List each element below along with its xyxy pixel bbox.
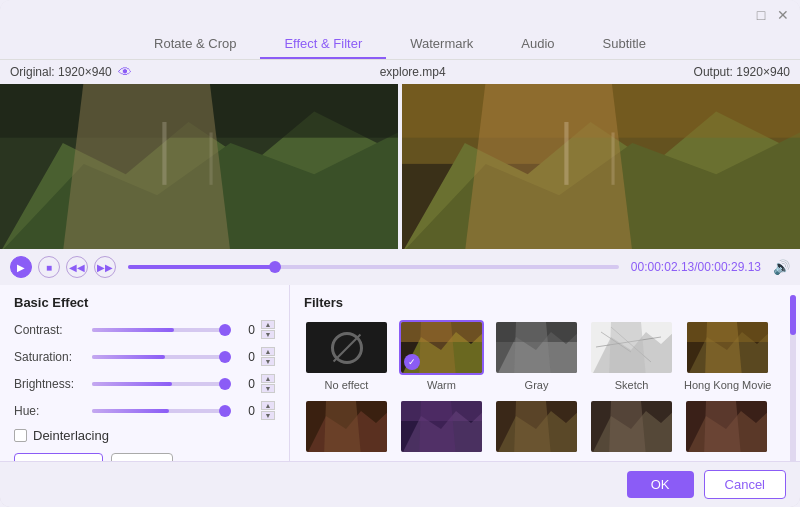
hue-up[interactable]: ▲ xyxy=(261,401,275,410)
contrast-label: Contrast: xyxy=(14,323,86,337)
tab-rotate-crop[interactable]: Rotate & Crop xyxy=(130,30,260,59)
time-current: 00:00:02.13 xyxy=(631,260,694,274)
deinterlace-row: Deinterlacing xyxy=(14,428,275,443)
contrast-up[interactable]: ▲ xyxy=(261,320,275,329)
brightness-thumb xyxy=(219,378,231,390)
saturation-label: Saturation: xyxy=(14,350,86,364)
filter-thumb-hkm xyxy=(685,320,770,375)
saturation-up[interactable]: ▲ xyxy=(261,347,275,356)
svg-marker-35 xyxy=(324,401,361,454)
basic-effect-title: Basic Effect xyxy=(14,295,275,310)
filter-thumb-r4 xyxy=(589,399,674,454)
video-panel-right xyxy=(402,84,800,249)
ok-button[interactable]: OK xyxy=(627,471,694,498)
prev-frame-button[interactable]: ◀◀ xyxy=(66,256,88,278)
stop-button[interactable]: ■ xyxy=(38,256,60,278)
svg-marker-42 xyxy=(514,401,551,454)
filter-r2[interactable] xyxy=(399,399,484,458)
filter-r4[interactable] xyxy=(589,399,674,458)
filter-hkm[interactable]: Hong Kong Movie xyxy=(684,320,771,391)
output-label: Output: 1920×940 xyxy=(694,65,790,79)
saturation-fill xyxy=(92,355,165,359)
video-preview-right xyxy=(402,84,800,249)
filter-label-sketch: Sketch xyxy=(615,379,649,391)
bottom-bar: OK Cancel xyxy=(0,461,800,507)
tab-effect-filter[interactable]: Effect & Filter xyxy=(260,30,386,59)
saturation-slider[interactable] xyxy=(92,355,225,359)
hue-down[interactable]: ▼ xyxy=(261,411,275,420)
svg-marker-48 xyxy=(704,401,741,454)
filter-thumb-r5 xyxy=(684,399,769,454)
contrast-thumb xyxy=(219,324,231,336)
filter-thumb-sketch xyxy=(589,320,674,375)
brightness-spinner[interactable]: ▲ ▼ xyxy=(261,374,275,393)
next-frame-button[interactable]: ▶▶ xyxy=(94,256,116,278)
video-row xyxy=(0,84,800,249)
eye-icon[interactable]: 👁 xyxy=(118,64,132,80)
brightness-value: 0 xyxy=(231,377,255,391)
volume-icon[interactable]: 🔊 xyxy=(773,259,790,275)
hue-value: 0 xyxy=(231,404,255,418)
filename-label: explore.mp4 xyxy=(380,65,446,79)
original-label: Original: 1920×940 xyxy=(10,65,112,79)
brightness-down[interactable]: ▼ xyxy=(261,384,275,393)
contrast-down[interactable]: ▼ xyxy=(261,330,275,339)
filter-thumb-gray xyxy=(494,320,579,375)
cancel-button[interactable]: Cancel xyxy=(704,470,786,499)
svg-marker-28 xyxy=(609,322,646,375)
filter-r3[interactable] xyxy=(494,399,579,458)
svg-marker-14 xyxy=(465,84,633,249)
hue-spinner[interactable]: ▲ ▼ xyxy=(261,401,275,420)
deinterlace-label: Deinterlacing xyxy=(33,428,109,443)
scrollbar-thumb xyxy=(790,295,796,335)
filter-noeffect[interactable]: No effect xyxy=(304,320,389,391)
controls-bar: ▶ ■ ◀◀ ▶▶ 00:00:02.13/00:00:29.13 🔊 xyxy=(0,249,800,285)
time-total: 00:00:29.13 xyxy=(698,260,761,274)
filter-r1[interactable] xyxy=(304,399,389,458)
progress-bar[interactable] xyxy=(128,265,619,269)
filter-check-warm: ✓ xyxy=(404,354,420,370)
filter-label-noeffect: No effect xyxy=(325,379,369,391)
video-info-bar: Original: 1920×940 👁 explore.mp4 Output:… xyxy=(0,60,800,84)
svg-marker-18 xyxy=(419,322,456,375)
saturation-down[interactable]: ▼ xyxy=(261,357,275,366)
hue-thumb xyxy=(219,405,231,417)
contrast-spinner[interactable]: ▲ ▼ xyxy=(261,320,275,339)
hue-row: Hue: 0 ▲ ▼ xyxy=(14,401,275,420)
deinterlace-checkbox[interactable] xyxy=(14,429,27,442)
filter-scrollbar[interactable] xyxy=(790,295,796,487)
svg-marker-32 xyxy=(705,322,742,375)
close-button[interactable]: ✕ xyxy=(776,8,790,22)
hue-label: Hue: xyxy=(14,404,86,418)
tab-subtitle[interactable]: Subtitle xyxy=(579,30,670,59)
svg-marker-6 xyxy=(63,84,231,249)
filter-gray[interactable]: Gray xyxy=(494,320,579,391)
filters-title: Filters xyxy=(304,295,786,310)
tab-bar: Rotate & Crop Effect & Filter Watermark … xyxy=(0,30,800,60)
filter-r5[interactable] xyxy=(684,399,769,458)
saturation-spinner[interactable]: ▲ ▼ xyxy=(261,347,275,366)
filter-sketch[interactable]: Sketch xyxy=(589,320,674,391)
progress-thumb xyxy=(269,261,281,273)
app-window: □ ✕ Rotate & Crop Effect & Filter Waterm… xyxy=(0,0,800,507)
brightness-slider[interactable] xyxy=(92,382,225,386)
brightness-up[interactable]: ▲ xyxy=(261,374,275,383)
hue-slider[interactable] xyxy=(92,409,225,413)
tab-audio[interactable]: Audio xyxy=(497,30,578,59)
progress-fill xyxy=(128,265,275,269)
brightness-row: Brightness: 0 ▲ ▼ xyxy=(14,374,275,393)
filter-label-warm: Warm xyxy=(427,379,456,391)
filter-thumb-r3 xyxy=(494,399,579,454)
filter-label-hkm: Hong Kong Movie xyxy=(684,379,771,391)
tab-watermark[interactable]: Watermark xyxy=(386,30,497,59)
time-display: 00:00:02.13/00:00:29.13 xyxy=(631,260,761,274)
brightness-fill xyxy=(92,382,172,386)
filter-thumb-warm: ✓ xyxy=(399,320,484,375)
contrast-slider[interactable] xyxy=(92,328,225,332)
filter-thumb-r1 xyxy=(304,399,389,454)
video-info-left: Original: 1920×940 👁 xyxy=(10,64,132,80)
minimize-button[interactable]: □ xyxy=(754,8,768,22)
filter-warm[interactable]: ✓ Warm xyxy=(399,320,484,391)
hue-fill xyxy=(92,409,169,413)
play-button[interactable]: ▶ xyxy=(10,256,32,278)
